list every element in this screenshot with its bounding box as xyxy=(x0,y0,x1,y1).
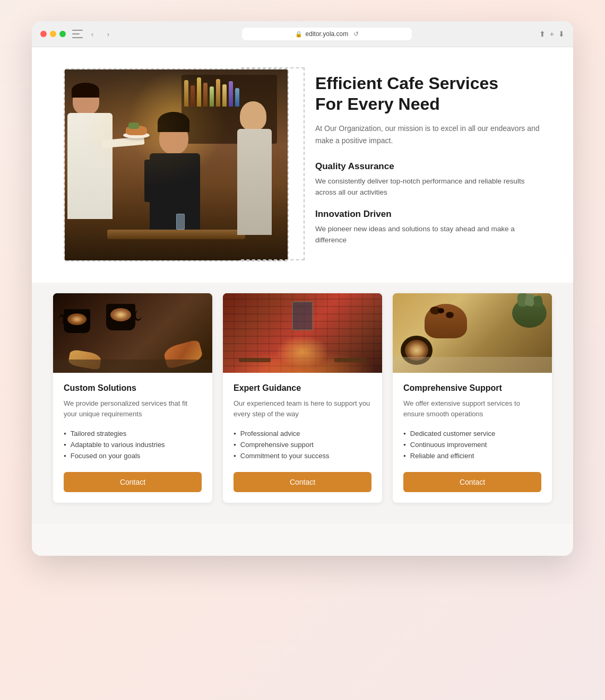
card-expert-guidance-title: Expert Guidance xyxy=(234,383,371,393)
hero-image xyxy=(65,69,288,260)
hero-text: Efficient Cafe Services For Every Need A… xyxy=(315,73,541,256)
lock-icon: 🔒 xyxy=(295,31,302,38)
cards-section: Custom Solutions We provide personalized… xyxy=(32,283,573,524)
feature-quality: Quality Assurance We consistently delive… xyxy=(315,161,541,198)
list-item: Comprehensive support xyxy=(234,439,371,450)
reload-icon[interactable]: ↺ xyxy=(353,30,359,38)
card-comprehensive-support: Comprehensive Support We offer extensive… xyxy=(393,293,552,503)
minimize-button[interactable] xyxy=(50,31,56,37)
card-custom-solutions-title: Custom Solutions xyxy=(64,383,202,393)
cards-grid: Custom Solutions We provide personalized… xyxy=(53,293,552,503)
list-item: Dedicated customer service xyxy=(403,428,541,439)
card-image-restaurant xyxy=(223,293,382,373)
list-item: Reliable and efficient xyxy=(403,450,541,461)
share-icon[interactable]: ⬆ xyxy=(539,30,546,38)
card-expert-guidance-body: Expert Guidance Our experienced team is … xyxy=(223,373,382,503)
close-button[interactable] xyxy=(40,31,47,37)
maximize-button[interactable] xyxy=(59,31,66,37)
list-item: Tailored strategies xyxy=(64,428,202,439)
hero-title: Efficient Cafe Services For Every Need xyxy=(315,73,541,114)
card-comprehensive-support-body: Comprehensive Support We offer extensive… xyxy=(393,373,552,503)
traffic-lights xyxy=(40,31,66,37)
feature-innovation: Innovation Driven We pioneer new ideas a… xyxy=(315,209,541,246)
hero-section: Efficient Cafe Services For Every Need A… xyxy=(32,47,573,283)
list-item: Professional advice xyxy=(234,428,371,439)
new-tab-icon[interactable]: + xyxy=(550,30,554,38)
card-comprehensive-support-title: Comprehensive Support xyxy=(403,383,541,393)
hero-description: At Our Organization, our mission is to e… xyxy=(315,122,541,146)
card-custom-solutions-desc: We provide personalized services that fi… xyxy=(64,398,202,419)
contact-button-1[interactable]: Contact xyxy=(64,472,202,492)
contact-button-2[interactable]: Contact xyxy=(234,472,371,492)
list-item: Focused on your goals xyxy=(64,450,202,461)
card-image-coffee xyxy=(53,293,212,373)
browser-right-controls: ⬆ + ⬇ xyxy=(539,30,565,38)
forward-button[interactable]: › xyxy=(102,28,115,40)
card-expert-guidance: Expert Guidance Our experienced team is … xyxy=(223,293,382,503)
feature-quality-title: Quality Assurance xyxy=(315,161,541,172)
feature-innovation-title: Innovation Driven xyxy=(315,209,541,220)
card-custom-solutions-body: Custom Solutions We provide personalized… xyxy=(53,373,212,503)
address-bar[interactable]: 🔒 editor.yola.com ↺ xyxy=(242,28,412,40)
contact-button-3[interactable]: Contact xyxy=(403,472,541,492)
card-image-food xyxy=(393,293,552,373)
hero-image-wrapper xyxy=(64,68,289,261)
browser-window: ‹ › 🔒 editor.yola.com ↺ ⬆ + ⬇ xyxy=(32,21,573,556)
card-expert-guidance-list: Professional advice Comprehensive suppor… xyxy=(234,428,371,461)
list-item: Continuous improvement xyxy=(403,439,541,450)
card-comprehensive-support-list: Dedicated customer service Continuous im… xyxy=(403,428,541,461)
card-custom-solutions: Custom Solutions We provide personalized… xyxy=(53,293,212,503)
hero-image-container xyxy=(64,68,289,261)
browser-chrome: ‹ › 🔒 editor.yola.com ↺ ⬆ + ⬇ xyxy=(32,21,573,47)
page-content: Efficient Cafe Services For Every Need A… xyxy=(32,47,573,556)
feature-innovation-desc: We pioneer new ideas and solutions to st… xyxy=(315,224,541,246)
card-custom-solutions-list: Tailored strategies Adaptable to various… xyxy=(64,428,202,461)
card-expert-guidance-desc: Our experienced team is here to support … xyxy=(234,398,371,419)
back-button[interactable]: ‹ xyxy=(86,28,99,40)
sidebar-toggle-icon[interactable] xyxy=(72,30,83,38)
browser-controls: ‹ › xyxy=(72,28,115,40)
card-comprehensive-support-desc: We offer extensive support services to e… xyxy=(403,398,541,419)
feature-quality-desc: We consistently deliver top-notch perfor… xyxy=(315,176,541,198)
list-item: Adaptable to various industries xyxy=(64,439,202,450)
list-item: Commitment to your success xyxy=(234,450,371,461)
url-text: editor.yola.com xyxy=(306,30,349,38)
downloads-icon[interactable]: ⬇ xyxy=(558,30,565,38)
